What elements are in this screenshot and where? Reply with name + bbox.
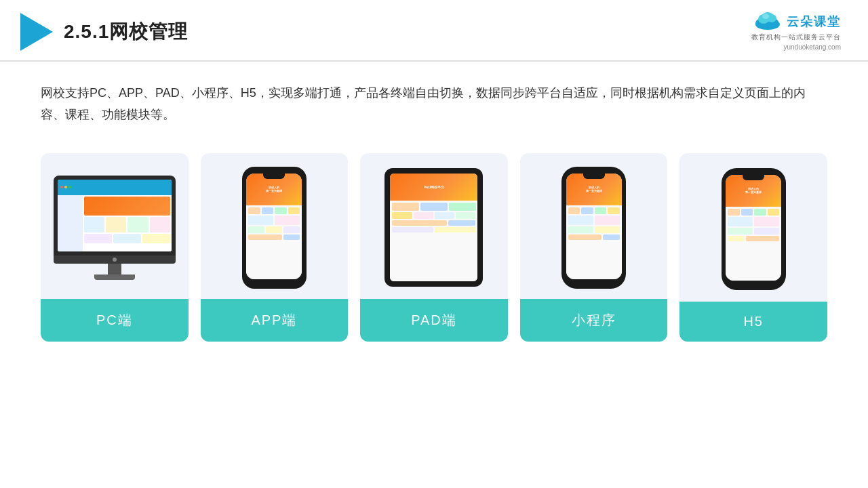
card-pc: PC端 xyxy=(41,153,189,342)
phone-miniprogram-icon: 职进人的第一堂兴趣课 xyxy=(561,167,626,289)
card-miniprogram-label: 小程序 xyxy=(520,299,668,342)
card-h5: 职进人的第一堂兴趣课 xyxy=(679,153,827,342)
phone-app-icon: 职进人的第一堂兴趣课 xyxy=(242,167,307,289)
card-pc-image xyxy=(41,153,189,299)
page-title: 2.5.1网校管理 xyxy=(64,19,188,45)
card-pad: PAD网校平台 xyxy=(360,153,508,342)
page-header: 2.5.1网校管理 云朵课堂 教育机构一站式服务云平台 yunduoketang… xyxy=(0,0,868,62)
card-pad-label: PAD端 xyxy=(360,299,508,342)
card-app-image: 职进人的第一堂兴趣课 xyxy=(201,153,349,299)
card-pc-label: PC端 xyxy=(41,299,189,342)
brand-url: yunduoketang.com xyxy=(783,43,841,51)
pc-monitor-icon xyxy=(54,176,176,280)
card-pad-image: PAD网校平台 xyxy=(360,153,508,299)
tablet-pad-icon: PAD网校平台 xyxy=(384,168,483,287)
description-text: 网校支持PC、APP、PAD、小程序、H5，实现多端打通，产品各终端自由切换，数… xyxy=(0,62,868,140)
brand-logo: 云朵课堂 教育机构一站式服务云平台 yunduoketang.com xyxy=(751,12,841,51)
header-left: 2.5.1网校管理 xyxy=(20,13,188,51)
cards-container: PC端 职进人的第一堂兴趣课 xyxy=(0,140,868,362)
card-miniprogram-image: 职进人的第一堂兴趣课 xyxy=(520,153,668,299)
cloud-icon xyxy=(753,12,783,31)
card-miniprogram: 职进人的第一堂兴趣课 xyxy=(520,153,668,342)
brand-logo-top: 云朵课堂 xyxy=(753,12,841,31)
card-app-label: APP端 xyxy=(201,299,349,342)
svg-point-7 xyxy=(762,14,769,19)
card-app: 职进人的第一堂兴趣课 xyxy=(201,153,349,342)
brand-name: 云朵课堂 xyxy=(787,14,841,30)
phone-h5-icon: 职进人的第一堂兴趣课 xyxy=(722,168,786,290)
logo-triangle-icon xyxy=(20,13,53,51)
description-paragraph: 网校支持PC、APP、PAD、小程序、H5，实现多端打通，产品各终端自由切换，数… xyxy=(41,82,827,126)
brand-tagline: 教育机构一站式服务云平台 xyxy=(751,33,841,42)
card-h5-label: H5 xyxy=(679,302,827,342)
card-h5-image: 职进人的第一堂兴趣课 xyxy=(679,153,827,302)
